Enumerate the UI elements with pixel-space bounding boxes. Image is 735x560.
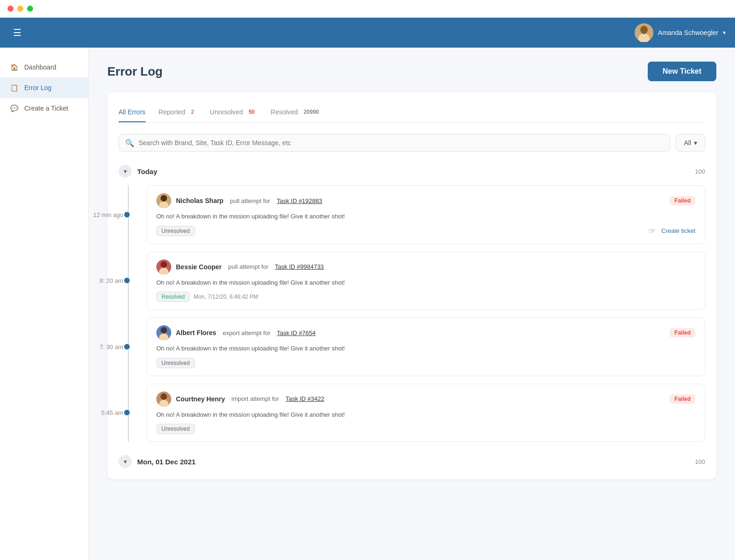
- error-card-header: Courtney Henry import attempt for Task I…: [156, 392, 695, 406]
- user-name-label: Amanda Schwoegler: [658, 29, 718, 36]
- sidebar: 🏠 Dashboard 📋 Error Log 💬 Create a Ticke…: [0, 48, 89, 560]
- timeline-item: 5:45 am Courtney Henry import attempt fo…: [147, 384, 705, 442]
- error-card-user: Albert Flores export attempt for Task ID…: [156, 325, 315, 340]
- tab-badge: 50: [246, 108, 258, 116]
- search-input[interactable]: [119, 134, 670, 152]
- timeline-time: 12 min ago: [91, 211, 123, 218]
- sidebar-item-label: Dashboard: [24, 63, 56, 71]
- timeline-today: 12 min ago Nicholas Sharp pull attempt f…: [119, 185, 705, 442]
- user-avatar: [156, 259, 171, 274]
- user-avatar: [156, 193, 171, 208]
- main-card: All ErrorsReported2Unresolved50Resolved2…: [107, 92, 716, 479]
- error-user-name: Nicholas Sharp: [176, 197, 224, 204]
- create-ticket-icon: 💬: [9, 104, 19, 113]
- section-collapse-button[interactable]: ▾: [119, 165, 132, 178]
- failed-badge: Failed: [670, 328, 695, 337]
- tab-all-errors[interactable]: All Errors: [119, 104, 146, 122]
- error-card: Courtney Henry import attempt for Task I…: [147, 384, 705, 442]
- svg-point-3: [640, 26, 648, 34]
- chevron-down-icon: ▾: [124, 458, 127, 465]
- filter-dropdown[interactable]: All ▾: [676, 134, 705, 152]
- section-today: ▾ Today 100 12 min ago Nicholas Sharp pu…: [119, 165, 705, 442]
- sidebar-item-dashboard[interactable]: 🏠 Dashboard: [0, 57, 88, 77]
- timeline-time: 7: 30 am: [91, 343, 123, 350]
- tab-bar: All ErrorsReported2Unresolved50Resolved2…: [119, 104, 705, 123]
- error-message: Oh no! A breakdown in the mission upload…: [156, 278, 695, 287]
- section-title-row: ▾ Today: [119, 165, 157, 178]
- content-area: Error Log New Ticket All ErrorsReported2…: [89, 48, 735, 560]
- tab-badge: 2: [188, 108, 197, 116]
- minimize-button[interactable]: [17, 6, 23, 12]
- failed-badge: Failed: [670, 196, 695, 205]
- sidebar-item-error-log[interactable]: 📋 Error Log: [0, 77, 88, 98]
- task-id-link[interactable]: Task ID #3422: [286, 395, 324, 402]
- user-avatar: [156, 325, 171, 340]
- timeline-item: 8: 20 am Bessie Cooper pull attempt for …: [147, 252, 705, 310]
- status-badge: Resolved: [156, 292, 190, 302]
- status-badge: Unresolved: [156, 424, 195, 434]
- error-card-user: Courtney Henry import attempt for Task I…: [156, 392, 324, 406]
- sidebar-item-label: Error Log: [24, 84, 51, 91]
- tab-reported[interactable]: Reported2: [159, 104, 197, 122]
- timeline-dot: [124, 410, 130, 415]
- timeline-item: 7: 30 am Albert Flores export attempt fo…: [147, 317, 705, 376]
- error-card-user: Nicholas Sharp pull attempt for Task ID …: [156, 193, 322, 208]
- timeline-dot: [124, 278, 130, 283]
- create-ticket-link[interactable]: Create ticket: [661, 227, 695, 234]
- error-message: Oh no! A breakdown in the mission upload…: [156, 344, 695, 353]
- section-collapse-button-dec[interactable]: ▾: [119, 455, 132, 468]
- task-id-link[interactable]: Task ID #7654: [277, 329, 315, 336]
- tab-resolved[interactable]: Resolved20990: [271, 104, 322, 122]
- timeline-item: 12 min ago Nicholas Sharp pull attempt f…: [147, 185, 705, 244]
- tab-label: Unresolved: [210, 108, 243, 116]
- error-card-user: Bessie Cooper pull attempt for Task ID #…: [156, 259, 324, 274]
- task-id-link[interactable]: Task ID #192883: [277, 197, 322, 204]
- filter-label: All: [684, 139, 691, 147]
- svg-point-19: [161, 393, 167, 400]
- timeline-time: 5:45 am: [91, 409, 123, 416]
- failed-badge: Failed: [670, 394, 695, 404]
- error-card-header: Nicholas Sharp pull attempt for Task ID …: [156, 193, 695, 208]
- error-card: Nicholas Sharp pull attempt for Task ID …: [147, 185, 705, 244]
- timeline-dot: [124, 212, 130, 217]
- section-title-row-dec: ▾ Mon, 01 Dec 2021: [119, 455, 196, 468]
- tab-unresolved[interactable]: Unresolved50: [210, 104, 258, 122]
- action-text: export attempt for: [223, 329, 270, 336]
- main-layout: 🏠 Dashboard 📋 Error Log 💬 Create a Ticke…: [0, 48, 735, 560]
- section-count-dec: 100: [695, 458, 705, 465]
- filter-chevron-icon: ▾: [694, 139, 697, 147]
- section-header-dec: ▾ Mon, 01 Dec 2021 100: [119, 455, 705, 468]
- sidebar-item-label: Create a Ticket: [24, 105, 68, 112]
- close-button[interactable]: [7, 6, 14, 12]
- svg-point-11: [161, 261, 167, 268]
- avatar: [635, 23, 653, 42]
- error-card: Bessie Cooper pull attempt for Task ID #…: [147, 252, 705, 310]
- maximize-button[interactable]: [27, 6, 33, 12]
- tab-label: Resolved: [271, 108, 298, 116]
- menu-toggle[interactable]: ☰: [9, 23, 25, 42]
- error-card-footer: Resolved Mon, 7/12/20, 6:46:42 PM: [156, 292, 695, 302]
- error-card-header: Bessie Cooper pull attempt for Task ID #…: [156, 259, 695, 274]
- section-title: Today: [137, 168, 157, 175]
- error-card: Albert Flores export attempt for Task ID…: [147, 317, 705, 376]
- page-title: Error Log: [107, 64, 162, 79]
- error-message: Oh no! A breakdown in the mission upload…: [156, 410, 695, 420]
- window-chrome: [0, 0, 735, 18]
- new-ticket-button[interactable]: New Ticket: [648, 62, 716, 81]
- sidebar-item-create-ticket[interactable]: 💬 Create a Ticket: [0, 98, 88, 119]
- action-icon[interactable]: ☞: [648, 226, 656, 236]
- search-wrapper: 🔍: [119, 134, 670, 152]
- svg-point-7: [161, 195, 167, 202]
- status-badge: Unresolved: [156, 358, 195, 368]
- task-id-link[interactable]: Task ID #9984733: [275, 263, 324, 270]
- user-menu[interactable]: Amanda Schwoegler ▾: [635, 23, 726, 42]
- resolved-time: Mon, 7/12/20, 6:46:42 PM: [194, 294, 258, 300]
- chevron-down-icon: ▾: [723, 29, 726, 36]
- error-user-name: Albert Flores: [176, 329, 216, 336]
- error-user-name: Bessie Cooper: [176, 263, 222, 271]
- error-card-footer: Unresolved: [156, 424, 695, 434]
- section-header-today: ▾ Today 100: [119, 165, 705, 178]
- error-card-footer: Unresolved ☞ Create ticket: [156, 226, 695, 236]
- action-text: import attempt for: [231, 395, 279, 402]
- error-user-name: Courtney Henry: [176, 395, 225, 403]
